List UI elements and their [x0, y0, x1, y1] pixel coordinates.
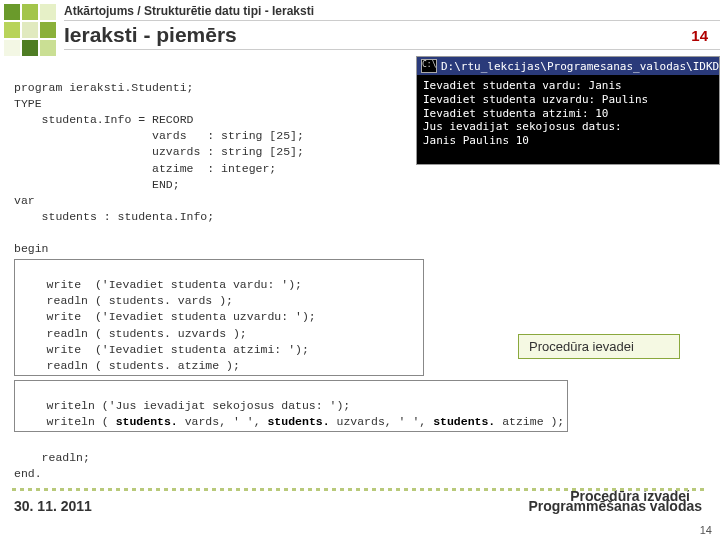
cmd-icon: C:\: [421, 59, 437, 73]
code-line: readln;: [14, 451, 90, 464]
code-line: uzvards : string [25];: [14, 145, 304, 158]
page-title: Ieraksti - piemērs: [64, 23, 237, 47]
code-line: program ieraksti.Studenti;: [14, 81, 193, 94]
code-line: begin: [14, 242, 49, 255]
code-line: TYPE: [14, 97, 42, 110]
code-line: writeln ('Jus ievadijat sekojosus datus:…: [19, 399, 350, 412]
slide-content: program ieraksti.Studenti; TYPE studenta…: [0, 56, 720, 482]
separator-line: [12, 488, 708, 491]
code-line: studenta.Info = RECORD: [14, 113, 193, 126]
code-line: end.: [14, 467, 42, 480]
code-input-block: write ('Ievadiet studenta vardu: '); rea…: [14, 259, 424, 376]
code-output-block: writeln ('Jus ievadijat sekojosus datus:…: [14, 380, 568, 432]
logo-grid: [4, 4, 56, 56]
code-line: readln ( students. uzvards );: [19, 327, 247, 340]
console-window: C:\ D:\rtu_lekcijas\Programesanas_valoda…: [416, 56, 720, 165]
label-input-procedure: Procedūra ievadei: [518, 334, 680, 359]
code-line: END;: [14, 178, 180, 191]
code-line: readln ( students. vards );: [19, 294, 233, 307]
code-line: var: [14, 194, 35, 207]
code-line: readln ( students. atzime );: [19, 359, 240, 372]
footer-date: 30. 11. 2011: [14, 498, 92, 514]
page-number: 14: [691, 27, 708, 44]
code-line: write ('Ievadiet studenta atzimi: ');: [19, 343, 309, 356]
code-line: write ('Ievadiet studenta vardu: ');: [19, 278, 302, 291]
console-output: Ievadiet studenta vardu: Janis Ievadiet …: [417, 75, 719, 164]
code-line: students : studenta.Info;: [14, 210, 214, 223]
code-end: readln; end.: [14, 434, 708, 482]
code-line: write ('Ievadiet studenta uzvardu: ');: [19, 310, 316, 323]
code-line: atzime : integer;: [14, 162, 276, 175]
slide-header: Atkārtojums / Strukturētie datu tipi - I…: [0, 0, 720, 56]
code-line: writeln ( students. vards, ' ', students…: [19, 415, 564, 428]
console-title: D:\rtu_lekcijas\Programesanas_valodas\ID…: [441, 60, 719, 73]
console-titlebar: C:\ D:\rtu_lekcijas\Programesanas_valoda…: [417, 57, 719, 75]
code-line: vards : string [25];: [14, 129, 304, 142]
corner-page-number: 14: [700, 524, 712, 536]
breadcrumb: Atkārtojums / Strukturētie datu tipi - I…: [64, 4, 720, 21]
footer-course: Programmēšanas valodas: [528, 498, 702, 514]
